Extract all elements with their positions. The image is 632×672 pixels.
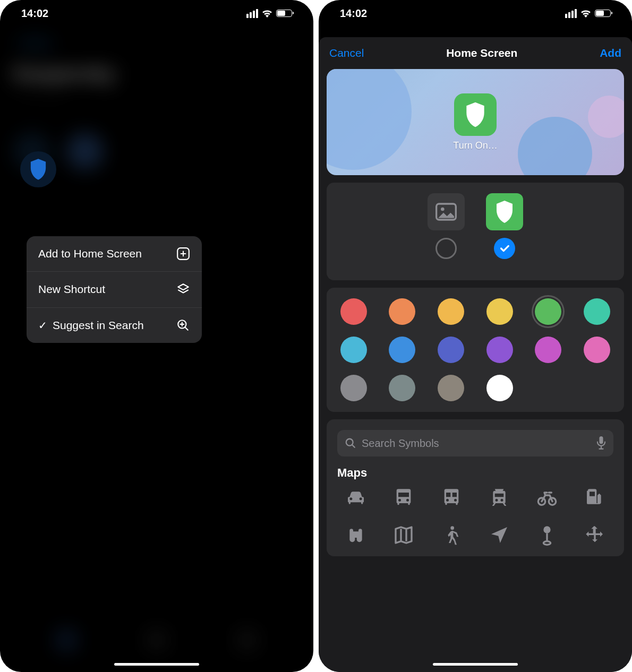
color-picker-card xyxy=(327,288,624,412)
left-screenshot: 14:02 ‹ Gallery Kaspersky ～～～～～～ Add to … xyxy=(0,0,313,672)
add-button[interactable]: Add xyxy=(600,47,621,59)
symbol-picker-card: Maps xyxy=(327,419,624,556)
cellular-icon xyxy=(246,9,258,18)
svg-point-3 xyxy=(441,208,445,211)
home-indicator[interactable] xyxy=(114,663,199,666)
icon-source-card xyxy=(327,183,624,280)
battery-icon xyxy=(595,10,611,17)
search-symbols-field[interactable] xyxy=(337,430,613,456)
search-icon xyxy=(345,437,356,449)
svg-point-6 xyxy=(450,526,454,530)
menu-suggest-in-search[interactable]: ✓ Suggest in Search xyxy=(27,308,202,343)
status-bar: 14:02 xyxy=(319,0,632,27)
cancel-button[interactable]: Cancel xyxy=(329,47,364,59)
choose-photo-button[interactable] xyxy=(428,193,465,230)
clock: 14:02 xyxy=(21,7,48,20)
symbol-location[interactable] xyxy=(489,524,510,546)
symbol-binoculars[interactable] xyxy=(345,524,366,546)
color-pink[interactable] xyxy=(584,337,610,363)
color-amber[interactable] xyxy=(438,298,464,325)
app-icon-radio-checked[interactable] xyxy=(494,238,515,259)
home-screen-sheet: Cancel Home Screen Add Turn On… xyxy=(319,37,632,672)
cellular-icon xyxy=(565,9,577,18)
symbol-pin[interactable] xyxy=(536,524,558,546)
color-magenta[interactable] xyxy=(535,337,561,363)
status-bar: 14:02 xyxy=(0,0,313,27)
shortcut-app-icon[interactable] xyxy=(20,151,56,187)
symbol-bus[interactable] xyxy=(393,487,414,509)
preview-label: Turn On… xyxy=(453,140,497,151)
mic-icon[interactable] xyxy=(596,436,606,450)
color-green[interactable] xyxy=(535,298,561,325)
app-icon-button[interactable] xyxy=(486,193,523,230)
battery-icon xyxy=(276,10,292,17)
clock: 14:02 xyxy=(340,7,367,20)
home-indicator[interactable] xyxy=(433,663,518,666)
color-blue[interactable] xyxy=(389,337,415,363)
search-input[interactable] xyxy=(362,437,591,450)
home-screen-preview: Turn On… xyxy=(327,69,624,175)
symbol-fuel[interactable] xyxy=(584,487,605,509)
photo-icon xyxy=(435,203,457,221)
right-screenshot: 14:02 Cancel Home Screen Add Turn On… xyxy=(319,0,632,672)
layers-icon xyxy=(176,282,190,296)
checkmark-icon: ✓ xyxy=(38,319,47,332)
color-teal[interactable] xyxy=(584,298,610,325)
color-purple[interactable] xyxy=(486,337,513,363)
preview-app-icon xyxy=(454,93,497,136)
wifi-icon xyxy=(580,9,592,18)
context-menu: Add to Home Screen New Shortcut ✓ Sugges… xyxy=(27,236,202,343)
color-grey2[interactable] xyxy=(389,375,415,401)
photo-radio[interactable] xyxy=(435,238,457,259)
sheet-title: Home Screen xyxy=(446,47,517,59)
color-white[interactable] xyxy=(486,375,513,401)
wifi-icon xyxy=(261,9,273,18)
symbol-section-header: Maps xyxy=(337,466,613,480)
checkmark-icon xyxy=(499,243,510,254)
symbol-tram[interactable] xyxy=(489,487,510,509)
symbol-car[interactable] xyxy=(345,487,366,509)
magnify-plus-icon xyxy=(176,318,190,332)
svg-point-7 xyxy=(543,526,550,533)
color-grey3[interactable] xyxy=(438,375,464,401)
symbol-walk[interactable] xyxy=(441,524,462,546)
menu-add-to-home[interactable]: Add to Home Screen xyxy=(27,236,202,272)
svg-rect-5 xyxy=(599,436,603,444)
menu-new-shortcut[interactable]: New Shortcut xyxy=(27,272,202,307)
color-indigo[interactable] xyxy=(438,337,464,363)
color-grey1[interactable] xyxy=(340,375,367,401)
color-red[interactable] xyxy=(340,298,367,325)
color-cyan[interactable] xyxy=(340,337,367,363)
symbol-bicycle[interactable] xyxy=(536,487,558,509)
symbol-transit[interactable] xyxy=(441,487,462,509)
symbol-map[interactable] xyxy=(393,524,414,546)
plus-square-icon xyxy=(176,247,190,261)
color-yellow[interactable] xyxy=(486,298,513,325)
color-orange[interactable] xyxy=(389,298,415,325)
shield-icon xyxy=(495,201,514,223)
symbol-move[interactable] xyxy=(584,524,605,546)
